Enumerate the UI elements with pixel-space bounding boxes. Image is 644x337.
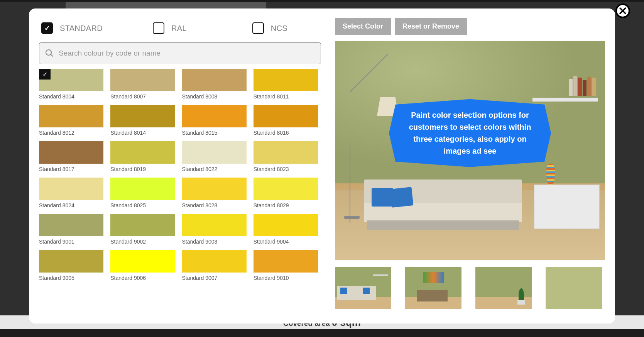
swatch-item[interactable]: Standard 8025: [110, 178, 175, 208]
select-color-button[interactable]: Select Color: [335, 18, 391, 35]
swatch-label: Standard 8014: [110, 130, 175, 136]
right-pane: Select Color Reset or Remove: [335, 18, 605, 314]
swatch-selected-check-icon: ✓: [39, 69, 51, 80]
swatch-item[interactable]: Standard 9007: [182, 250, 247, 281]
wall-shelf: [532, 98, 598, 102]
swatch-label: Standard 8012: [39, 130, 103, 136]
swatch-color: [182, 214, 247, 236]
action-row: Select Color Reset or Remove: [335, 18, 605, 35]
swatch-label: Standard 8019: [110, 166, 175, 172]
swatch-item[interactable]: Standard 8008: [182, 69, 247, 100]
swatch-label: Standard 8025: [110, 202, 175, 208]
swatch-color: [39, 105, 103, 127]
swatch-color: [254, 141, 318, 164]
room-thumbnail-3[interactable]: [475, 267, 532, 309]
category-ral[interactable]: RAL: [153, 22, 187, 34]
swatch-item[interactable]: Standard 8022: [182, 141, 247, 172]
reset-remove-button[interactable]: Reset or Remove: [395, 18, 467, 35]
category-checkbox[interactable]: [252, 22, 264, 34]
left-pane: STANDARDRALNCS ✓Standard 8004Standard 80…: [39, 18, 321, 314]
swatch-color: [39, 250, 103, 273]
swatch-label: Standard 8004: [39, 93, 103, 100]
search-icon: [45, 49, 54, 58]
swatch-label: Standard 9006: [110, 275, 175, 281]
swatch-label: Standard 8024: [39, 202, 103, 208]
swatch-color: ✓: [39, 69, 103, 91]
swatch-color: [39, 141, 103, 164]
swatch-item[interactable]: Standard 8007: [110, 69, 175, 100]
swatch-item[interactable]: Standard 9004: [254, 214, 318, 245]
swatch-item[interactable]: Standard 8019: [110, 141, 175, 172]
swatch-label: Standard 8022: [182, 166, 247, 172]
swatch-color: [110, 141, 175, 164]
swatch-label: Standard 9010: [254, 275, 318, 281]
swatch-color: [254, 69, 318, 91]
swatch-color: [182, 178, 247, 200]
swatch-label: Standard 8007: [110, 93, 175, 100]
swatch-item[interactable]: ✓Standard 8004: [39, 69, 103, 100]
room-thumbnail-4[interactable]: [546, 267, 602, 309]
preview-main: Paint color selection options for custom…: [335, 41, 605, 260]
color-picker-modal: STANDARDRALNCS ✓Standard 8004Standard 80…: [29, 8, 615, 323]
swatch-color: [110, 105, 175, 127]
swatch-label: Standard 9001: [39, 239, 103, 245]
category-ncs[interactable]: NCS: [252, 22, 287, 34]
callout: Paint color selection options for custom…: [389, 99, 551, 167]
swatch-color: [110, 178, 175, 200]
swatch-item[interactable]: Standard 8016: [254, 105, 318, 136]
swatch-color: [254, 105, 318, 127]
swatch-label: Standard 8017: [39, 166, 103, 172]
swatch-item[interactable]: Standard 8015: [182, 105, 247, 136]
swatch-color: [182, 69, 247, 91]
swatch-label: Standard 8023: [254, 166, 318, 172]
swatch-scroll[interactable]: ✓Standard 8004Standard 8007Standard 8008…: [39, 69, 321, 314]
category-standard[interactable]: STANDARD: [41, 22, 103, 34]
swatch-item[interactable]: Standard 9002: [110, 214, 175, 245]
search-input[interactable]: [59, 49, 315, 58]
swatch-label: Standard 8028: [182, 202, 247, 208]
bottom-strip: [0, 329, 644, 337]
category-label: STANDARD: [60, 24, 103, 33]
swatch-label: Standard 9005: [39, 275, 103, 281]
category-checkbox[interactable]: [41, 22, 53, 34]
swatch-color: [110, 250, 175, 273]
swatch-color: [254, 178, 318, 200]
swatch-item[interactable]: Standard 9010: [254, 250, 318, 281]
swatch-item[interactable]: Standard 8011: [254, 69, 318, 100]
swatch-color: [39, 214, 103, 236]
swatch-item[interactable]: Standard 8014: [110, 105, 175, 136]
swatch-item[interactable]: Standard 9001: [39, 214, 103, 245]
swatch-item[interactable]: Standard 8024: [39, 178, 103, 208]
category-label: NCS: [271, 24, 287, 33]
swatch-color: [110, 214, 175, 236]
swatch-color: [182, 141, 247, 164]
swatch-color: [110, 69, 175, 91]
swatch-item[interactable]: Standard 8023: [254, 141, 318, 172]
close-icon: [619, 7, 627, 15]
swatch-item[interactable]: Standard 9005: [39, 250, 103, 281]
swatch-item[interactable]: Standard 8029: [254, 178, 318, 208]
swatch-item[interactable]: Standard 8028: [182, 178, 247, 208]
swatch-color: [254, 214, 318, 236]
category-row: STANDARDRALNCS: [39, 18, 321, 34]
room-thumbnail-2[interactable]: [405, 267, 461, 309]
swatch-label: Standard 8029: [254, 202, 318, 208]
sofa: [364, 180, 522, 230]
swatch-item[interactable]: Standard 9003: [182, 214, 247, 245]
close-button[interactable]: [615, 3, 630, 18]
category-checkbox[interactable]: [153, 22, 164, 34]
swatch-grid: ✓Standard 8004Standard 8007Standard 8008…: [39, 69, 318, 281]
swatch-color: [254, 250, 318, 273]
swatch-item[interactable]: Standard 9006: [110, 250, 175, 281]
swatch-item[interactable]: Standard 8012: [39, 105, 103, 136]
category-label: RAL: [171, 24, 187, 33]
search-wrap: [39, 42, 321, 64]
swatch-item[interactable]: Standard 8017: [39, 141, 103, 172]
room-thumbnail-1[interactable]: [335, 267, 391, 309]
cabinet: [534, 185, 600, 229]
swatch-color: [182, 105, 247, 127]
swatch-color: [182, 250, 247, 273]
swatch-label: Standard 8008: [182, 93, 247, 100]
vase: [546, 164, 555, 185]
swatch-color: [39, 178, 103, 200]
